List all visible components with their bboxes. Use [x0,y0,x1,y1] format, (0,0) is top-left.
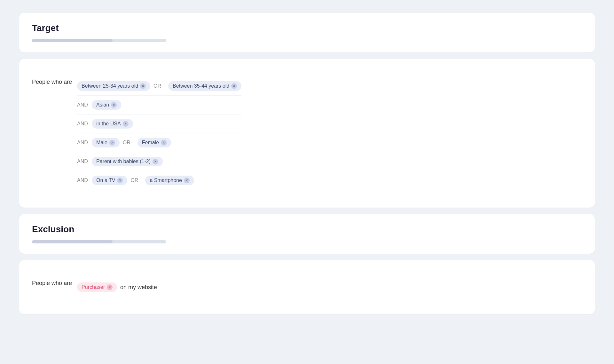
tag-male-label: Male [96,140,107,146]
tag-smartphone-close[interactable]: × [184,178,190,183]
tag-asian[interactable]: Asian × [92,100,121,110]
tag-male-close[interactable]: × [109,140,115,146]
target-people-label: People who are [32,77,72,85]
tag-age-25-34-close[interactable]: × [140,83,146,89]
tag-age-35-44[interactable]: Between 35-44 years old × [168,81,241,91]
tag-parent[interactable]: Parent with babies (1-2) × [92,157,163,166]
tag-age-25-34[interactable]: Between 25-34 years old × [77,81,150,91]
target-progress-bar [32,39,166,42]
target-row-device: AND On a TV × OR a Smartphone × [77,171,241,190]
tag-purchaser-label: Purchaser [82,284,105,290]
exclusion-title: Exclusion [32,224,582,234]
tag-tv-close[interactable]: × [117,178,123,183]
target-row-age: Between 25-34 years old × OR Between 35-… [77,77,241,96]
exclusion-progress-bar [32,240,166,243]
target-row-location: AND in the USA × [77,115,241,133]
target-row-gender: AND Male × OR Female × [77,133,241,152]
exclusion-people-label: People who are [32,278,72,287]
target-progress-fill [32,39,113,42]
tag-age-35-44-label: Between 35-44 years old [173,83,229,89]
tag-female-close[interactable]: × [161,140,167,146]
tag-tv[interactable]: On a TV × [92,176,127,185]
tag-parent-label: Parent with babies (1-2) [96,159,151,164]
tag-smartphone[interactable]: a Smartphone × [145,176,194,185]
target-row-ethnicity: AND Asian × [77,96,241,115]
tag-smartphone-label: a Smartphone [150,178,182,183]
tag-purchaser[interactable]: Purchaser × [77,282,117,292]
connector-or-6: OR [130,178,142,183]
tag-asian-close[interactable]: × [111,102,117,108]
connector-and-6: AND [77,178,89,183]
connector-and-2: AND [77,102,89,108]
exclusion-row-purchaser: Purchaser × on my website [77,278,157,297]
exclusion-conditions-block: Purchaser × on my website [77,278,157,297]
tag-age-25-34-label: Between 25-34 years old [82,83,138,89]
connector-or-1: OR [154,83,165,89]
target-conditions-block: Between 25-34 years old × OR Between 35-… [77,77,241,190]
connector-or-4: OR [123,140,134,146]
exclusion-filter-card: People who are Purchaser × on my website [19,260,595,314]
tag-female[interactable]: Female × [138,138,171,147]
tag-age-35-44-close[interactable]: × [231,83,237,89]
tag-usa-close[interactable]: × [123,121,129,127]
target-title: Target [32,23,582,33]
exclusion-progress-fill [32,240,113,243]
tag-asian-label: Asian [96,102,109,108]
connector-and-3: AND [77,121,89,127]
target-people-section: People who are Between 25-34 years old ×… [32,69,582,197]
tag-usa[interactable]: in the USA × [92,119,133,129]
tag-male[interactable]: Male × [92,138,120,147]
tag-tv-label: On a TV [96,178,115,183]
exclusion-card: Exclusion [19,214,595,254]
target-card: Target [19,13,595,52]
connector-and-5: AND [77,159,89,164]
connector-and-4: AND [77,140,89,146]
tag-parent-close[interactable]: × [153,159,158,164]
target-row-parental: AND Parent with babies (1-2) × [77,152,241,171]
tag-female-label: Female [142,140,159,146]
target-filter-card: People who are Between 25-34 years old ×… [19,59,595,208]
tag-usa-label: in the USA [96,121,121,127]
exclusion-people-section: People who are Purchaser × on my website [32,270,582,304]
exclusion-on-website-label: on my website [120,284,157,291]
tag-purchaser-close[interactable]: × [107,284,113,290]
